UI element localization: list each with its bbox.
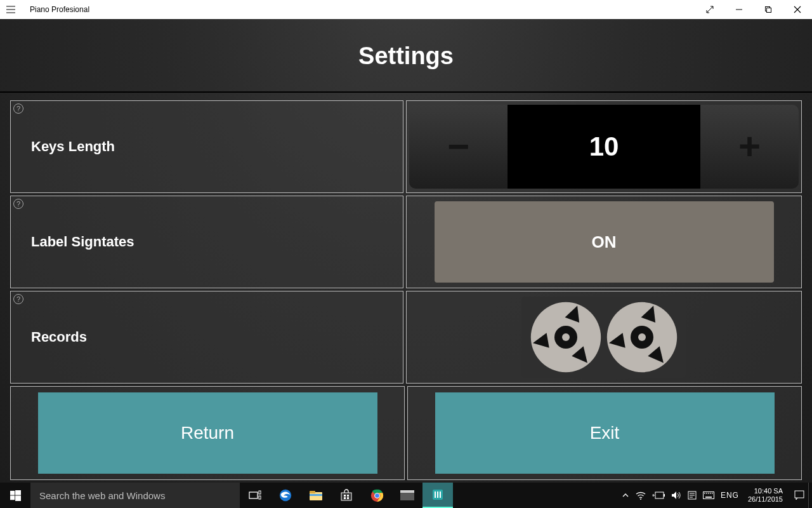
clock-date: 26/11/2015 xyxy=(748,495,783,504)
svg-rect-21 xyxy=(347,495,349,497)
cell-records-control xyxy=(406,291,802,384)
search-placeholder: Search the web and Windows xyxy=(39,490,165,501)
keys-length-stepper: − 10 + xyxy=(409,105,799,189)
help-icon[interactable]: ? xyxy=(13,199,23,209)
tray-chevron-icon[interactable] xyxy=(622,491,629,499)
app-body: Settings ? Keys Length − 10 + xyxy=(0,19,812,483)
notes-icon[interactable] xyxy=(688,491,697,500)
records-button[interactable] xyxy=(521,297,686,378)
decrement-button[interactable]: − xyxy=(409,105,508,189)
svg-rect-23 xyxy=(347,497,349,499)
svg-rect-43 xyxy=(705,497,712,498)
svg-rect-14 xyxy=(259,496,261,499)
taskbar-app-generic[interactable] xyxy=(392,483,422,508)
help-icon[interactable]: ? xyxy=(13,294,23,304)
label-signatures-toggle[interactable]: ON xyxy=(435,201,774,283)
search-input[interactable]: Search the web and Windows xyxy=(30,483,240,508)
wifi-icon[interactable] xyxy=(636,491,646,500)
svg-point-33 xyxy=(640,498,641,500)
row-records: ? Records xyxy=(10,291,802,384)
cell-records-label: ? Records xyxy=(10,291,403,384)
svg-point-4 xyxy=(562,333,570,341)
taskbar-app-explorer[interactable] xyxy=(301,483,331,508)
svg-rect-13 xyxy=(259,491,261,494)
battery-icon[interactable] xyxy=(652,491,665,499)
maximize-button[interactable] xyxy=(754,0,783,19)
keys-length-label: Keys Length xyxy=(31,138,115,155)
cell-return: Return xyxy=(10,386,405,480)
help-icon[interactable]: ? xyxy=(13,104,23,114)
clock[interactable]: 10:40 SA 26/11/2015 xyxy=(745,487,788,504)
close-button[interactable] xyxy=(783,0,812,19)
volume-icon[interactable] xyxy=(671,491,681,500)
return-label: Return xyxy=(181,423,234,443)
svg-rect-41 xyxy=(710,493,711,494)
svg-rect-40 xyxy=(708,493,709,494)
task-view-button[interactable] xyxy=(240,483,270,508)
keys-length-value: 10 xyxy=(508,105,700,189)
tape-reel-icon xyxy=(604,299,680,375)
cell-keys-length-label: ? Keys Length xyxy=(10,100,403,193)
svg-rect-39 xyxy=(706,493,707,494)
svg-rect-22 xyxy=(344,497,346,499)
svg-rect-12 xyxy=(249,492,258,498)
toggle-state: ON xyxy=(592,232,617,252)
row-keys-length: ? Keys Length − 10 + xyxy=(10,100,802,193)
menu-button[interactable] xyxy=(0,6,21,13)
row-actions: Return Exit xyxy=(10,386,802,480)
action-center-icon[interactable] xyxy=(794,490,804,500)
clock-time: 10:40 SA xyxy=(748,487,783,495)
svg-rect-38 xyxy=(704,493,705,494)
page-header: Settings xyxy=(0,19,812,93)
svg-rect-9 xyxy=(15,490,21,495)
system-tray: ENG 10:40 SA 26/11/2015 xyxy=(618,487,808,504)
exit-label: Exit xyxy=(590,423,620,443)
svg-rect-1 xyxy=(767,8,771,13)
svg-rect-42 xyxy=(712,493,713,494)
svg-rect-28 xyxy=(400,490,414,493)
row-label-signatures: ? Label Signtates ON xyxy=(10,196,802,288)
svg-rect-8 xyxy=(10,490,15,495)
svg-rect-44 xyxy=(795,491,804,498)
cell-keys-length-control: − 10 + xyxy=(406,100,802,193)
cell-label-signatures-control: ON xyxy=(406,196,802,288)
tape-reel-icon xyxy=(528,299,604,375)
taskbar-app-piano[interactable] xyxy=(422,483,453,508)
cell-exit: Exit xyxy=(407,386,802,480)
window-titlebar: Piano Profesional xyxy=(0,0,812,19)
taskbar: Search the web and Windows xyxy=(0,483,812,508)
minimize-button[interactable] xyxy=(724,0,754,19)
svg-rect-10 xyxy=(10,495,15,500)
taskbar-app-store[interactable] xyxy=(331,483,362,508)
svg-rect-30 xyxy=(435,491,436,498)
svg-rect-18 xyxy=(310,494,322,496)
start-button[interactable] xyxy=(0,483,30,508)
cell-label-signatures-label: ? Label Signtates xyxy=(10,196,403,288)
svg-rect-35 xyxy=(664,494,665,497)
svg-rect-31 xyxy=(437,491,438,498)
svg-rect-11 xyxy=(15,495,21,501)
app-title: Piano Profesional xyxy=(30,5,89,14)
keyboard-icon[interactable] xyxy=(703,491,714,499)
records-label: Records xyxy=(31,329,87,345)
increment-button[interactable]: + xyxy=(700,105,799,189)
page-title: Settings xyxy=(358,43,454,70)
expand-icon[interactable] xyxy=(695,0,724,19)
svg-rect-34 xyxy=(655,492,664,498)
settings-grid: ? Keys Length − 10 + ? Label Signtat xyxy=(0,93,812,483)
svg-rect-19 xyxy=(341,493,351,500)
taskbar-app-edge[interactable] xyxy=(270,483,301,508)
label-signatures-label: Label Signtates xyxy=(31,234,134,250)
svg-rect-20 xyxy=(344,495,346,497)
return-button[interactable]: Return xyxy=(38,392,377,474)
svg-rect-32 xyxy=(440,491,441,498)
svg-rect-17 xyxy=(310,491,315,493)
taskbar-app-chrome[interactable] xyxy=(362,483,392,508)
exit-button[interactable]: Exit xyxy=(435,392,775,474)
show-desktop-button[interactable] xyxy=(808,483,812,508)
svg-point-26 xyxy=(375,493,379,497)
language-indicator[interactable]: ENG xyxy=(721,491,739,500)
svg-point-7 xyxy=(638,333,646,341)
